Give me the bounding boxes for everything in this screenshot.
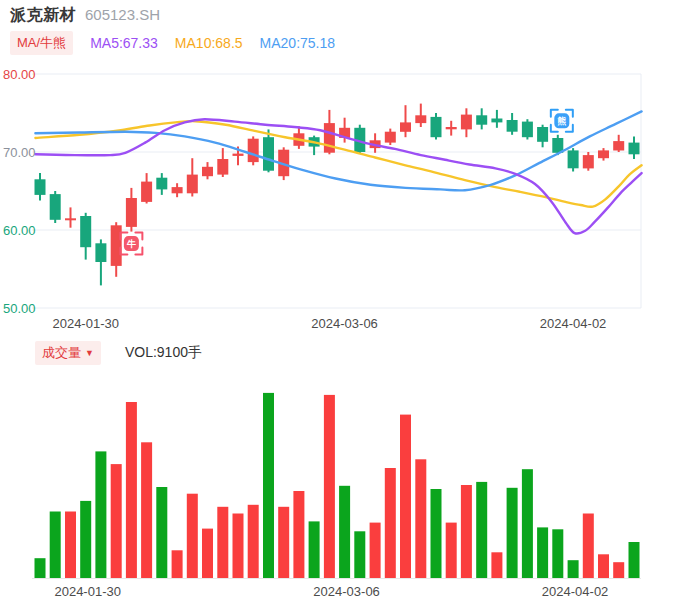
volume-bar xyxy=(598,554,609,578)
stock-chart-app: 牛熊 派克新材 605123.SH MA/牛熊 MA5:67.33 MA10:6… xyxy=(0,0,686,606)
volume-bar xyxy=(95,451,106,578)
candle-body xyxy=(491,119,502,123)
volume-bar xyxy=(522,469,533,578)
candle-body xyxy=(415,115,426,123)
volume-bar xyxy=(35,558,46,578)
candle-body xyxy=(613,141,624,150)
volume-bar xyxy=(476,482,487,578)
candle-body xyxy=(537,127,548,142)
candle-body xyxy=(233,154,244,156)
volume-bar xyxy=(156,487,167,578)
volume-bar xyxy=(187,494,198,578)
candle-body xyxy=(629,143,640,155)
volume-bar xyxy=(217,507,228,578)
volume-bar xyxy=(126,402,137,578)
candle-body xyxy=(583,155,594,168)
candle-body xyxy=(248,139,259,162)
candle-body xyxy=(507,120,518,132)
volume-bar xyxy=(415,459,426,578)
bull-glyph: 牛 xyxy=(126,239,136,249)
volume-bar xyxy=(400,415,411,578)
candle-body xyxy=(156,178,167,190)
candle-body xyxy=(65,218,76,220)
bull-marker[interactable]: 牛 xyxy=(120,233,142,255)
candle-body xyxy=(446,127,457,129)
candle-body xyxy=(431,117,442,137)
volume-bar xyxy=(583,514,594,579)
ma-line-ma20 xyxy=(35,111,641,190)
volume-bar xyxy=(50,512,61,579)
candle-body xyxy=(50,194,61,220)
volume-bar xyxy=(278,507,289,578)
candlestick-and-volume-chart[interactable]: 牛熊 xyxy=(0,0,686,606)
volume-bar xyxy=(111,464,122,578)
candle-body xyxy=(172,187,183,193)
candle-body xyxy=(111,225,122,266)
candle-body xyxy=(141,182,152,202)
candle-body xyxy=(126,198,137,227)
volume-bar xyxy=(354,531,365,578)
volume-bar xyxy=(80,501,91,578)
caret-down-icon: ▼ xyxy=(85,349,94,358)
candle-body xyxy=(263,137,274,171)
volume-bar xyxy=(172,550,183,578)
volume-bar xyxy=(324,395,335,578)
volume-bar xyxy=(385,468,396,578)
candle-body xyxy=(35,179,46,195)
candle-body xyxy=(95,243,106,262)
volume-bar xyxy=(370,523,381,578)
candle-body xyxy=(187,175,198,194)
volume-bar xyxy=(537,527,548,578)
volume-bar xyxy=(491,552,502,578)
volume-bar xyxy=(568,560,579,578)
volume-bar xyxy=(65,512,76,579)
volume-dropdown-label: 成交量 xyxy=(42,344,81,362)
bear-marker[interactable]: 熊 xyxy=(551,110,573,132)
volume-bar xyxy=(263,393,274,578)
volume-bar xyxy=(507,488,518,578)
volume-bar xyxy=(613,562,624,578)
candle-body xyxy=(217,159,228,175)
candle-body xyxy=(568,150,579,168)
ma-line-ma10 xyxy=(35,121,641,207)
volume-bar xyxy=(461,485,472,578)
volume-bar xyxy=(552,529,563,578)
volume-bar xyxy=(309,521,320,578)
volume-bar xyxy=(446,523,457,578)
volume-bar xyxy=(339,486,350,578)
volume-bar xyxy=(629,542,640,578)
candle-body xyxy=(598,150,609,158)
volume-bar xyxy=(233,514,244,579)
volume-bar xyxy=(141,442,152,578)
volume-bar xyxy=(248,505,259,578)
candle-body xyxy=(522,122,533,138)
bear-glyph: 熊 xyxy=(557,116,566,126)
volume-type-dropdown[interactable]: 成交量 ▼ xyxy=(35,341,101,365)
ma-bull-bear-toggle[interactable]: MA/牛熊 xyxy=(10,31,73,55)
candle-body xyxy=(476,115,487,124)
volume-bar xyxy=(293,491,304,578)
candle-body xyxy=(324,123,335,153)
candle-body xyxy=(385,132,396,143)
volume-bar xyxy=(431,489,442,578)
volume-bar xyxy=(202,529,213,578)
candle-body xyxy=(80,216,91,247)
candle-body xyxy=(202,167,213,176)
candle-body xyxy=(461,115,472,130)
candle-body xyxy=(400,122,411,131)
